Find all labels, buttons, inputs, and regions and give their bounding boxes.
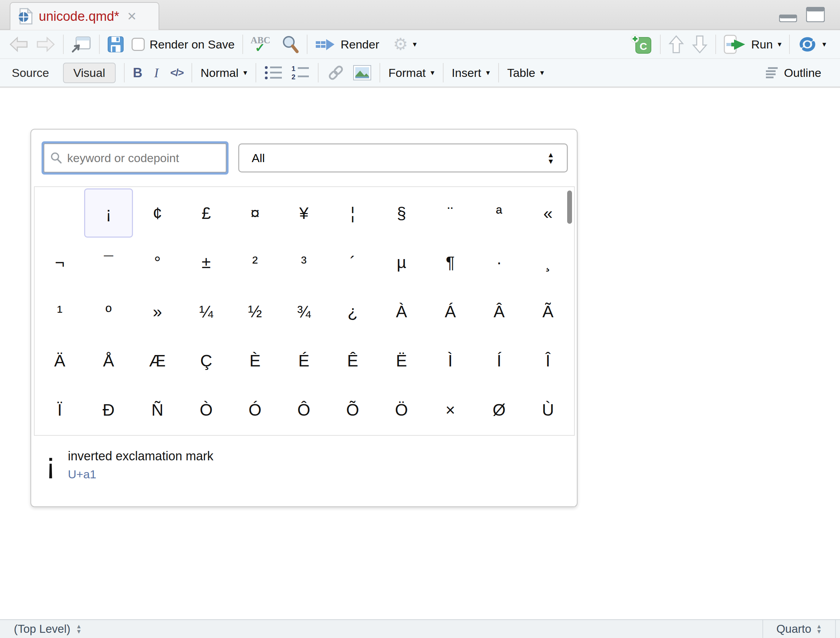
bullet-list-icon[interactable] [265,65,283,81]
char-cell[interactable]: ³ [279,238,328,287]
bold-button[interactable]: B [133,65,142,81]
char-cell[interactable]: £ [182,188,231,238]
source-on-save-button[interactable]: ▾ [797,36,826,53]
tab-unicode-qmd[interactable]: unicode.qmd* ✕ [10,2,159,30]
visual-mode-button[interactable]: Visual [63,63,116,83]
char-cell[interactable]: × [426,385,475,434]
char-cell[interactable]: ¶ [426,238,475,287]
char-cell[interactable]: É [279,336,328,385]
mode-selector[interactable]: Quarto ▲▼ [763,620,836,638]
char-cell[interactable]: Õ [328,385,377,434]
char-cell[interactable]: ¾ [279,287,328,336]
char-cell[interactable]: µ [377,238,426,287]
char-cell[interactable]: ¤ [231,188,279,238]
char-cell[interactable]: Á [426,287,475,336]
char-cell[interactable]: Å [84,336,133,385]
find-replace-icon[interactable] [281,35,299,54]
char-cell[interactable]: Í [475,336,524,385]
source-mode-button[interactable]: Source [12,66,49,80]
numbered-list-icon[interactable]: 1 2 [291,65,309,81]
chevron-down-icon: ▾ [540,69,544,77]
image-icon[interactable] [353,65,371,81]
char-cell[interactable]: » [133,287,182,336]
char-cell[interactable]: Ø [475,385,524,434]
paragraph-style-dropdown[interactable]: Normal ▾ [201,66,247,80]
scope-spinner-icon: ▲▼ [76,624,82,634]
forward-icon[interactable] [36,36,55,52]
char-cell[interactable]: È [231,336,279,385]
italic-button[interactable]: I [154,65,159,81]
char-cell[interactable]: ¨ [426,188,475,238]
scope-selector[interactable]: (Top Level) ▲▼ [0,620,763,638]
code-button[interactable]: </> [171,67,183,79]
char-cell[interactable]: § [377,188,426,238]
char-cell[interactable]: À [377,287,426,336]
open-in-window-icon[interactable] [71,36,92,53]
format-menu[interactable]: Format ▾ [388,66,434,80]
symbol-search-field[interactable] [41,141,229,175]
table-menu[interactable]: Table ▾ [507,66,544,80]
run-previous-icon[interactable] [668,35,684,54]
char-cell[interactable]: ¿ [328,287,377,336]
category-selected-value: All [252,152,265,165]
char-cell[interactable]: Ó [231,385,279,434]
run-button[interactable]: Run ▾ [724,35,782,54]
mode-spinner-icon: ▲▼ [816,624,822,634]
char-cell[interactable]: Î [524,336,572,385]
char-cell[interactable]: Ù [524,385,572,434]
char-cell[interactable]: Ä [35,336,84,385]
char-cell[interactable]: ¢ [133,188,182,238]
maximize-pane-icon[interactable] [806,7,825,22]
char-cell[interactable]: ¸ [524,238,572,287]
char-cell[interactable]: · [475,238,524,287]
char-cell[interactable]: Ö [377,385,426,434]
char-cell[interactable]: º [84,287,133,336]
char-cell[interactable]: ½ [231,287,279,336]
insert-chunk-icon[interactable]: C [630,35,652,54]
char-cell[interactable]: Ï [35,385,84,434]
char-cell[interactable]: ª [475,188,524,238]
link-icon[interactable] [327,65,345,81]
char-cell[interactable]: Ç [182,336,231,385]
tab-close-icon[interactable]: ✕ [127,9,137,23]
char-cell[interactable]: Ì [426,336,475,385]
char-cell[interactable]: ² [231,238,279,287]
grid-scrollbar[interactable] [567,191,572,224]
run-next-icon[interactable] [692,35,708,54]
char-cell[interactable]: Ñ [133,385,182,434]
char-cell[interactable]: ¼ [182,287,231,336]
insert-menu[interactable]: Insert ▾ [452,66,490,80]
char-cell[interactable]: Ê [328,336,377,385]
minimize-pane-icon[interactable] [779,14,797,22]
editor-canvas[interactable]: All ▲▼ ¡¢£¤¥¦§¨ª«¬¯°±²³´µ¶·¸¹º»¼½¾¿ÀÁÂÃÄ… [0,88,840,619]
render-options-button[interactable]: ⚙ ▾ [393,36,417,53]
search-input[interactable] [67,152,220,165]
spellcheck-icon[interactable]: ABC ✓ [251,35,273,54]
char-cell[interactable]: ¦ [328,188,377,238]
char-cell[interactable]: ¹ [35,287,84,336]
save-icon[interactable] [107,36,124,53]
render-on-save-checkbox[interactable] [131,38,145,51]
svg-text:1: 1 [292,65,295,73]
char-cell[interactable]: Â [475,287,524,336]
category-select[interactable]: All ▲▼ [238,144,568,172]
char-cell[interactable]: « [524,188,572,238]
char-cell[interactable]: ° [133,238,182,287]
char-cell[interactable]: Ã [524,287,572,336]
char-cell[interactable]: ´ [328,238,377,287]
outline-toggle[interactable]: Outline [765,66,821,80]
char-cell[interactable] [35,188,84,238]
char-cell[interactable]: Æ [133,336,182,385]
char-cell[interactable]: ¯ [84,238,133,287]
char-cell[interactable]: ¡ [84,188,133,238]
char-cell[interactable]: Ò [182,385,231,434]
char-cell[interactable]: Ë [377,336,426,385]
char-cell[interactable]: ¬ [35,238,84,287]
char-cell[interactable]: ¥ [279,188,328,238]
back-icon[interactable] [9,36,28,52]
char-cell[interactable]: Ô [279,385,328,434]
char-cell[interactable]: Ð [84,385,133,434]
char-cell[interactable]: ± [182,238,231,287]
render-button[interactable]: Render [315,36,379,52]
render-on-save-toggle[interactable]: Render on Save [131,38,235,51]
